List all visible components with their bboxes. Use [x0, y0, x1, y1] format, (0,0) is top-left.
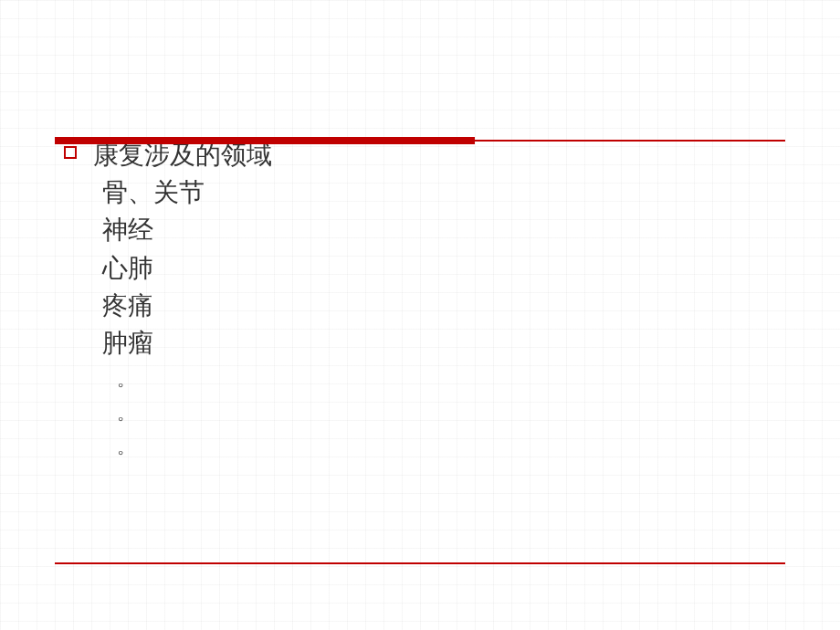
sub-item-4: 疼痛: [102, 288, 785, 323]
sub-item-3: 心肺: [102, 250, 785, 286]
bottom-divider-line: [55, 562, 785, 564]
square-bullet-icon: [64, 146, 77, 159]
dot-item-3: 。: [117, 430, 785, 464]
sub-item-2: 神经: [102, 212, 785, 247]
dot-item-1: 。: [117, 362, 785, 396]
content-area: 康复涉及的领域 骨、关节 神经 心肺 疼痛 肿瘤 。 。 。: [55, 137, 785, 464]
top-divider-thick-bar: [55, 137, 475, 144]
sub-item-1: 骨、关节: [102, 174, 785, 210]
sub-item-5: 肿瘤: [102, 325, 785, 361]
dot-item-2: 。: [117, 396, 785, 430]
slide-container: 康复涉及的领域 骨、关节 神经 心肺 疼痛 肿瘤 。 。 。: [0, 0, 840, 630]
